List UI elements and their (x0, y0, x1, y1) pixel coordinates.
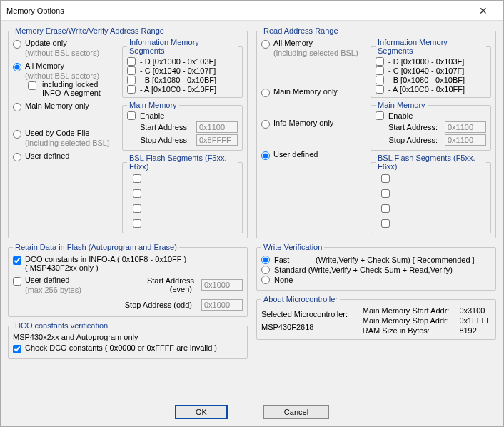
radio-verif-fast[interactable] (261, 256, 270, 264)
radio-read-all[interactable] (261, 40, 270, 49)
label-seg-c: - C [0x1040 - 0x107F] (140, 66, 216, 75)
ok-button[interactable]: OK (175, 405, 228, 419)
label-retain-start: Start Address (even): (122, 276, 197, 293)
label-dco-constants: DCO constants in INFO-A ( 0x10F8 - 0x10F… (25, 255, 186, 263)
check-seg-d[interactable] (127, 57, 136, 66)
label-read-user: User defined (273, 150, 318, 159)
check-read-enable[interactable] (376, 111, 384, 120)
dcov-legend: DCO constants verification (13, 321, 110, 330)
label-read-stop: Stop Address: (376, 136, 440, 144)
radio-all-memory[interactable] (13, 63, 21, 71)
check-read-bsl-3[interactable] (381, 204, 390, 213)
check-dco-verify[interactable] (13, 345, 21, 353)
label-verif-none: None (274, 276, 293, 284)
label-mm-stop: Main Memory Stop Addr: (363, 316, 450, 325)
radio-main-only[interactable] (13, 103, 21, 111)
radio-verif-none[interactable] (261, 276, 270, 284)
radio-read-user[interactable] (261, 151, 270, 160)
about-legend: About Microcontroller (261, 295, 340, 303)
radio-user-defined-erase[interactable] (13, 153, 21, 161)
check-dco-constants[interactable] (13, 256, 21, 265)
read-main-memory: Main Memory Enable Start Address: Stop A… (371, 101, 491, 151)
read-info-segments: Information Memory Segments - D [0x1000 … (371, 38, 491, 98)
input-retain-stop[interactable] (201, 299, 243, 311)
dcov-line: MSP430x2xx and Autoprogram only (13, 333, 243, 341)
label-start-addr: Start Address: (127, 123, 192, 131)
check-bsl-3[interactable] (133, 204, 141, 213)
check-seg-b[interactable] (127, 76, 136, 84)
memory-options-dialog: Memory Options ✕ Memory Erase/Write/Veri… (0, 0, 504, 427)
label-including-locked: including locked INFO-A segment (42, 80, 116, 97)
erase-info-legend: Information Memory Segments (127, 38, 238, 55)
read-main-legend: Main Memory (376, 101, 428, 109)
input-retain-start[interactable] (201, 279, 243, 291)
label-read-all: All Memory (273, 39, 313, 47)
cancel-button[interactable]: Cancel (263, 405, 329, 419)
erase-main-memory: Main Memory Enable Start Address: Stop A… (122, 101, 243, 151)
retain-legend: Retain Data in Flash (Autoprogram and Er… (13, 243, 179, 251)
titlebar: Memory Options ✕ (1, 1, 503, 21)
read-range-group: Read Address Range All Memory (including… (256, 26, 496, 238)
check-read-seg-c[interactable] (376, 66, 384, 75)
check-read-bsl-4[interactable] (381, 219, 390, 228)
label-read-main: Main Memory only (273, 87, 338, 96)
label-verif-fast-desc: (Write,Verify + Check Sum) [ Recommended… (316, 256, 475, 264)
radio-read-main[interactable] (261, 89, 270, 97)
label-enable-main: Enable (140, 111, 164, 120)
radio-update-only[interactable] (13, 40, 21, 49)
write-verification-group: Write Verification Fast (Write,Verify + … (256, 243, 496, 291)
erase-bsl-legend: BSL Flash Segments (F5xx. F6xx) (127, 154, 238, 171)
label-retain-stop: Stop Address (odd): (122, 301, 197, 309)
check-bsl-2[interactable] (133, 189, 141, 198)
about-mcu-group: About Microcontroller Selected Microcont… (256, 295, 496, 340)
label-all-memory: All Memory (25, 61, 64, 70)
check-bsl-4[interactable] (133, 219, 141, 228)
input-erase-stop[interactable] (196, 134, 238, 146)
read-bsl-segments: BSL Flash Segments (F5xx. F6xx) (371, 154, 491, 233)
check-enable-main[interactable] (127, 111, 136, 120)
check-including-locked[interactable] (28, 81, 36, 90)
label-read-seg-b: - B [0x1080 - 0x10BF] (388, 76, 465, 84)
label-update-only: Update only (25, 39, 67, 47)
dco-verification-group: DCO constants verification MSP430x2xx an… (8, 321, 248, 359)
label-seg-d: - D [0x1000 - 0x103F] (140, 57, 216, 66)
sub-update-only: (without BSL sectors) (25, 49, 116, 57)
verif-legend: Write Verification (261, 243, 324, 251)
label-verif-standard: Standard (Write,Verify + Check Sum + Rea… (274, 266, 453, 274)
label-main-only: Main Memory only (25, 101, 89, 110)
check-seg-a[interactable] (127, 85, 136, 94)
sub-all-memory: (without BSL sectors) (25, 72, 116, 80)
check-read-seg-b[interactable] (376, 76, 384, 84)
sub-retain-user: (max 256 bytes) (25, 286, 116, 294)
label-selected-mcu: Selected Microcontroller: (261, 310, 353, 318)
check-read-seg-d[interactable] (376, 57, 384, 66)
erase-range-group: Memory Erase/Write/Verify Address Range … (8, 26, 248, 238)
read-legend: Read Address Range (261, 26, 341, 35)
label-read-start: Start Address: (376, 123, 440, 131)
window-title: Memory Options (6, 6, 469, 15)
value-ram: 8192 (459, 326, 491, 335)
check-read-bsl-2[interactable] (381, 189, 390, 198)
check-retain-user[interactable] (13, 277, 21, 286)
radio-used-by-code[interactable] (13, 130, 21, 139)
check-seg-c[interactable] (127, 66, 136, 75)
label-retain-user: User defined (25, 276, 69, 284)
sub-read-all: (including selected BSL) (273, 49, 365, 57)
erase-main-legend: Main Memory (127, 101, 179, 109)
value-mcu: MSP430F2618 (261, 323, 353, 331)
input-read-stop[interactable] (445, 134, 486, 146)
label-verif-fast: Fast (274, 256, 311, 264)
label-user-defined-erase: User defined (25, 151, 69, 160)
check-read-bsl-1[interactable] (381, 174, 390, 183)
erase-bsl-segments: BSL Flash Segments (F5xx. F6xx) (122, 154, 243, 233)
label-seg-b: - B [0x1080 - 0x10BF] (140, 76, 216, 84)
radio-verif-standard[interactable] (261, 266, 270, 274)
check-read-seg-a[interactable] (376, 85, 384, 94)
input-erase-start[interactable] (196, 121, 238, 133)
radio-read-info[interactable] (261, 120, 270, 129)
sub-dco-constants: ( MSP430F2xx only ) (25, 263, 186, 272)
check-bsl-1[interactable] (133, 174, 141, 183)
read-info-legend: Information Memory Segments (376, 38, 486, 55)
input-read-start[interactable] (445, 121, 486, 133)
close-icon[interactable]: ✕ (469, 5, 498, 16)
